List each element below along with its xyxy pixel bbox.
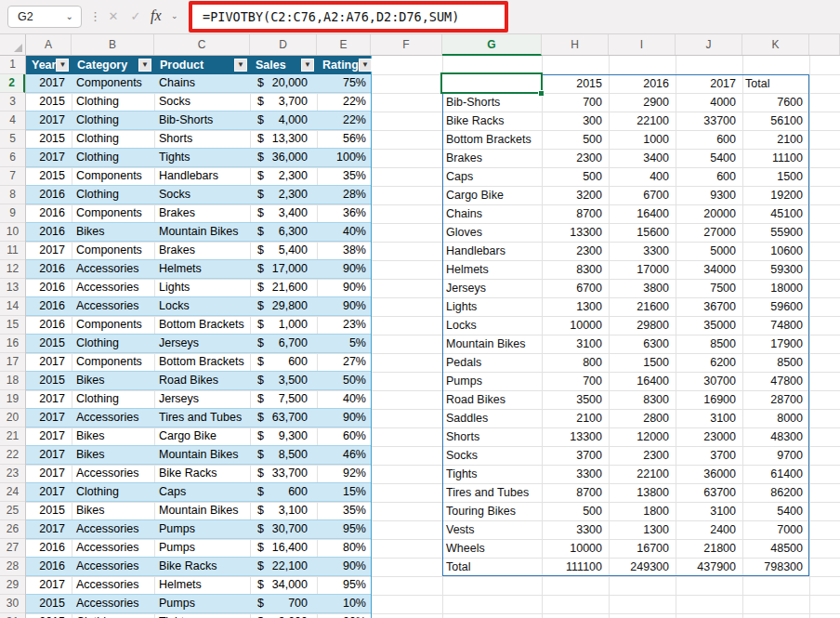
filter-dropdown-icon[interactable]: ▼ — [138, 59, 151, 72]
pivot-value-cell[interactable]: 798300 — [742, 558, 809, 576]
pivot-row-label[interactable]: Socks — [442, 446, 542, 465]
row-header-9[interactable]: 9 — [0, 204, 25, 223]
cell-year[interactable]: 2017 — [26, 520, 72, 538]
pivot-value-cell[interactable]: 3400 — [609, 149, 676, 167]
pivot-row[interactable]: Caps5004006001500 — [442, 167, 809, 186]
pivot-value-cell[interactable]: 48300 — [742, 427, 809, 446]
cell-sales[interactable]: $17,000 — [250, 260, 317, 278]
table-row[interactable]: 2017ComponentsBrakes$5,40038% — [26, 242, 371, 260]
cell-rating[interactable]: 90% — [317, 260, 371, 278]
cell-category[interactable]: Components — [72, 74, 154, 92]
row-header-5[interactable]: 5 — [0, 130, 25, 149]
cell-category[interactable]: Accessories — [72, 520, 154, 538]
pivot-value-cell[interactable]: 400 — [609, 167, 676, 186]
cell-sales[interactable]: $3,700 — [250, 93, 317, 111]
pivot-value-cell[interactable]: 3300 — [542, 520, 609, 539]
cell-rating[interactable]: 80% — [317, 539, 371, 557]
cell-rating[interactable]: 22% — [317, 93, 371, 111]
pivot-row-label[interactable]: Touring Bikes — [442, 502, 542, 520]
pivot-value-cell[interactable]: 45100 — [742, 204, 809, 223]
cell-category[interactable]: Bikes — [72, 502, 154, 519]
pivot-value-cell[interactable]: 9300 — [676, 186, 742, 204]
cell-year[interactable]: 2015 — [26, 613, 72, 618]
cell-sales[interactable]: $3,200 — [250, 613, 317, 618]
cell-sales[interactable]: $1,000 — [250, 316, 317, 334]
cell-year[interactable]: 2015 — [26, 167, 72, 185]
cell-category[interactable]: Clothing — [72, 390, 154, 408]
cell-rating[interactable]: 100% — [317, 149, 371, 166]
chevron-down-icon[interactable]: ⌄ — [66, 12, 81, 21]
pivot-value-cell[interactable]: 36700 — [676, 297, 742, 316]
table-row[interactable]: 2015BikesMountain Bikes$3,10035% — [26, 502, 371, 520]
cell-category[interactable]: Clothing — [72, 130, 154, 148]
cell-category[interactable]: Components — [72, 353, 154, 371]
cell-product[interactable]: Jerseys — [154, 335, 250, 352]
row-header-31[interactable]: 31 — [0, 613, 25, 618]
pivot-value-cell[interactable]: 2300 — [542, 242, 609, 260]
cancel-icon[interactable]: ✕ — [104, 9, 123, 23]
pivot-value-cell[interactable]: 17900 — [742, 335, 809, 353]
pivot-row[interactable]: Wheels10000167002180048500 — [442, 539, 809, 558]
cell-rating[interactable]: 35% — [317, 502, 371, 519]
pivot-value-cell[interactable]: 3300 — [542, 465, 609, 483]
cell-product[interactable]: Tires and Tubes — [154, 409, 250, 427]
cell-category[interactable]: Clothing — [72, 613, 154, 618]
cell-sales[interactable]: $63,700 — [250, 409, 317, 427]
cell-category[interactable]: Accessories — [72, 465, 154, 482]
pivot-value-cell[interactable]: 13800 — [609, 483, 676, 502]
cell-rating[interactable]: 90% — [317, 279, 371, 296]
cell-sales[interactable]: $7,500 — [250, 390, 317, 408]
cell-product[interactable]: Shorts — [154, 130, 250, 148]
cell-product[interactable]: Mountain Bikes — [154, 502, 250, 519]
row-header-8[interactable]: 8 — [0, 186, 25, 204]
cell-rating[interactable]: 90% — [317, 297, 371, 315]
row-header-18[interactable]: 18 — [0, 372, 25, 390]
cell-product[interactable]: Chains — [154, 74, 250, 92]
pivot-value-cell[interactable]: 500 — [542, 502, 609, 520]
cell-rating[interactable]: 56% — [317, 130, 371, 148]
cell-category[interactable]: Bikes — [72, 446, 154, 464]
pivot-value-cell[interactable]: 21800 — [676, 539, 742, 558]
cell-rating[interactable]: 46% — [317, 446, 371, 464]
row-header-16[interactable]: 16 — [0, 335, 25, 353]
pivot-row[interactable]: Pumps700164003070047800 — [442, 372, 809, 390]
filter-dropdown-icon[interactable]: ▼ — [234, 59, 247, 72]
table-row[interactable]: 2016AccessoriesLocks$29,80090% — [26, 297, 371, 316]
pivot-value-cell[interactable]: 13300 — [542, 223, 609, 242]
pivot-row[interactable]: Tires and Tubes8700138006370086200 — [442, 483, 809, 502]
pivot-value-cell[interactable]: 1500 — [609, 353, 676, 372]
more-options-icon[interactable]: ⋮ — [89, 9, 101, 23]
cell-sales[interactable]: $6,700 — [250, 335, 317, 352]
cell-sales[interactable]: $22,100 — [250, 558, 317, 575]
pivot-value-cell[interactable]: 1300 — [542, 297, 609, 316]
cell-sales[interactable]: $21,600 — [250, 279, 317, 296]
cell-rating[interactable]: 50% — [317, 372, 371, 389]
pivot-value-cell[interactable]: 22100 — [609, 465, 676, 483]
formula-bar-chevron-icon[interactable]: ⌄ — [171, 11, 178, 20]
column-header-i[interactable]: I — [609, 34, 676, 55]
pivot-value-cell[interactable]: 1300 — [609, 520, 676, 539]
pivot-row-label[interactable]: Lights — [442, 297, 542, 316]
column-header-k[interactable]: K — [742, 34, 809, 55]
pivot-value-cell[interactable]: 3700 — [542, 446, 609, 465]
row-header-30[interactable]: 30 — [0, 595, 25, 613]
pivot-col-header[interactable]: 2015 — [542, 74, 609, 93]
pivot-value-cell[interactable]: 29800 — [609, 316, 676, 335]
pivot-value-cell[interactable]: 13300 — [542, 427, 609, 446]
pivot-row[interactable]: Lights1300216003670059600 — [442, 297, 809, 316]
pivot-value-cell[interactable]: 5000 — [676, 242, 742, 260]
cell-rating[interactable]: 20% — [317, 613, 371, 618]
pivot-value-cell[interactable]: 86200 — [742, 483, 809, 502]
pivot-row[interactable]: Chains8700164002000045100 — [442, 204, 809, 223]
pivot-row-label[interactable]: Handlebars — [442, 242, 542, 260]
row-header-28[interactable]: 28 — [0, 558, 25, 576]
row-header-22[interactable]: 22 — [0, 446, 25, 465]
pivot-value-cell[interactable]: 47800 — [742, 372, 809, 390]
table-row[interactable]: 2017BikesMountain Bikes$8,50046% — [26, 446, 371, 465]
cell-sales[interactable]: $4,000 — [250, 112, 317, 129]
pivot-row-label[interactable]: Tires and Tubes — [442, 483, 542, 502]
row-header-17[interactable]: 17 — [0, 353, 25, 372]
pivot-value-cell[interactable]: 5400 — [676, 149, 742, 167]
pivot-row[interactable]: Socks3700230037009700 — [442, 446, 809, 465]
pivot-value-cell[interactable]: 6700 — [609, 186, 676, 204]
